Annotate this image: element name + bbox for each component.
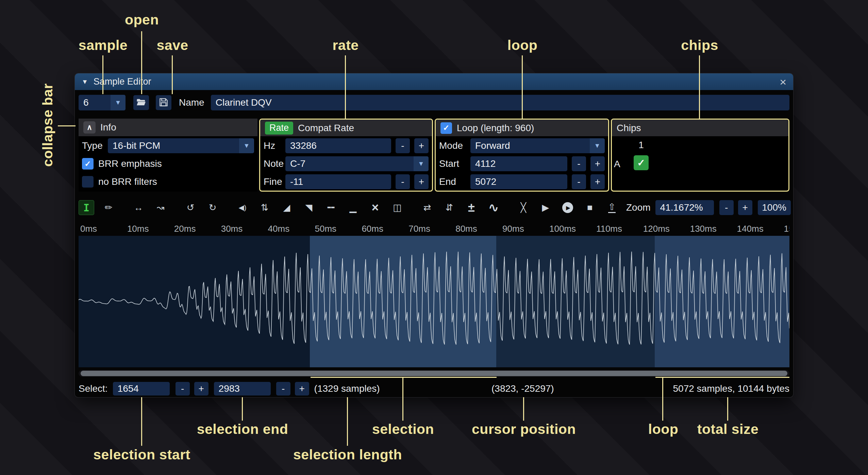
loop-mode-select[interactable]: Forward ▼	[470, 138, 605, 153]
hz-value: 33286	[290, 140, 317, 151]
resample-button[interactable]: ↝	[153, 200, 168, 215]
filter-button[interactable]: ∿	[486, 200, 501, 215]
window-collapse-icon[interactable]: ▼	[82, 78, 88, 86]
zoom-label: Zoom	[626, 202, 651, 213]
preview-button[interactable]: ▶	[538, 200, 553, 215]
titlebar[interactable]: ▼ Sample Editor ×	[75, 73, 793, 90]
floppy-save-icon	[158, 97, 169, 108]
hz-decrease-button[interactable]: -	[396, 138, 410, 153]
fade-in-button[interactable]: ◢	[279, 200, 295, 215]
zoom-value: 41.1672%	[660, 202, 703, 213]
annotation-line	[662, 378, 663, 421]
waveform	[79, 236, 789, 367]
fade-out-button[interactable]: ◥	[301, 200, 317, 215]
note-row: Note C-7 ▼	[264, 156, 429, 171]
loop-end-decrease-button[interactable]: -	[572, 174, 586, 189]
redo-button[interactable]: ↻	[205, 200, 220, 215]
selection-end-input[interactable]: 2983	[214, 382, 271, 395]
ruler-tick-label: 140ms	[737, 224, 764, 234]
note-select[interactable]: C-7 ▼	[285, 156, 429, 171]
loop-end-label: End	[439, 176, 470, 187]
close-icon[interactable]: ×	[780, 76, 786, 88]
ruler-tick-label: 20ms	[174, 224, 196, 234]
fine-decrease-button[interactable]: -	[396, 174, 410, 189]
loop-enable-checkbox[interactable]: ✓	[440, 122, 452, 134]
loop-end-increase-button[interactable]: +	[590, 174, 605, 189]
annotation-selection-start: selection start	[93, 447, 190, 463]
chip-row-label: A	[614, 159, 620, 170]
selection-start-decrease-button[interactable]: -	[176, 382, 190, 395]
fine-row: Fine -11 - +	[264, 174, 429, 189]
selection-end-decrease-button[interactable]: -	[276, 382, 290, 395]
hz-input[interactable]: 33286	[285, 138, 391, 153]
folder-open-icon	[136, 97, 146, 108]
selection-start-value: 1654	[118, 383, 139, 394]
play-button[interactable]: ▶	[560, 200, 575, 215]
loop-start-input[interactable]: 4112	[470, 156, 567, 171]
sample-name-row: 6 ▼ Name Clarinet DQV	[79, 95, 789, 110]
zoom-input[interactable]: 41.1672%	[655, 200, 714, 215]
zoom-in-button[interactable]: +	[738, 200, 752, 215]
edit-mode-select-button[interactable]: I	[79, 200, 94, 215]
annotation-chips: chips	[681, 37, 718, 53]
loop-end-input[interactable]: 5072	[470, 174, 567, 189]
hz-increase-button[interactable]: +	[414, 138, 429, 153]
selection-start-input[interactable]: 1654	[113, 382, 170, 395]
annotation-line	[345, 55, 346, 119]
sample-selector[interactable]: 6 ▼	[79, 95, 126, 110]
open-button[interactable]	[133, 95, 149, 110]
import-button[interactable]: ⇧	[604, 200, 620, 215]
loop-start-label: Start	[439, 158, 470, 169]
status-bar: Select: 1654 - + 2983 - + (1329 samples)…	[79, 381, 789, 396]
sample-type-row: Type 16-bit PCM ▼	[82, 138, 254, 153]
zoom-reset-button[interactable]: 100%	[758, 200, 791, 215]
rate-header: Rate Compat Rate	[260, 120, 432, 136]
selection-end-increase-button[interactable]: +	[295, 382, 309, 395]
reverse-button[interactable]: ⇄	[419, 200, 435, 215]
total-size-text: 5072 samples, 10144 bytes	[673, 383, 789, 394]
sample-type-select[interactable]: 16-bit PCM ▼	[108, 138, 254, 153]
chip-a-enable-checkbox[interactable]: ✓	[634, 155, 649, 170]
timeline-ruler[interactable]: 0ms 10ms 20ms 30ms 40ms 50ms 60ms 70ms 8…	[79, 220, 789, 236]
waveform-display[interactable]	[79, 236, 789, 367]
loop-start-increase-button[interactable]: +	[590, 156, 605, 171]
no-brr-filters-checkbox[interactable]	[82, 176, 94, 188]
scrollbar-thumb[interactable]	[81, 371, 787, 376]
delete-button[interactable]: ×	[367, 200, 383, 215]
annotation-selection-length: selection length	[293, 447, 402, 463]
mode-label: Mode	[439, 140, 470, 151]
selection-length-text: (1329 samples)	[314, 383, 380, 394]
crossfade-icon: ╳	[521, 202, 526, 213]
fine-input[interactable]: -11	[285, 174, 391, 189]
loop-start-decrease-button[interactable]: -	[572, 156, 586, 171]
sign-invert-button[interactable]: ±	[464, 200, 479, 215]
chips-header-label: Chips	[617, 123, 641, 134]
undo-button[interactable]: ↺	[183, 200, 198, 215]
ruler-tick-label: 40ms	[268, 224, 290, 234]
trim-button[interactable]: ◫	[389, 200, 405, 215]
brr-emphasis-checkbox[interactable]: ✓	[82, 158, 94, 170]
stop-button[interactable]: ■	[582, 200, 598, 215]
select-label: Select:	[79, 383, 108, 394]
invert-button[interactable]: ⇵	[441, 200, 457, 215]
zoom-out-button[interactable]: -	[719, 200, 734, 215]
save-button[interactable]	[156, 95, 171, 110]
apply-silence-button[interactable]: ▁	[345, 200, 361, 215]
horizontal-scrollbar[interactable]	[79, 370, 789, 377]
zoom-cluster: Zoom 41.1672% - + 100%	[626, 200, 791, 215]
edit-mode-draw-button[interactable]: ✏	[101, 200, 116, 215]
sections-row: ∧ Info Type 16-bit PCM ▼ ✓ BRR emphasis	[79, 119, 789, 192]
info-header[interactable]: ∧ Info	[79, 119, 257, 136]
fine-increase-button[interactable]: +	[414, 174, 429, 189]
crossfade-button[interactable]: ╳	[516, 200, 531, 215]
annotation-collapse-bar: collapse bar	[40, 83, 56, 166]
selection-start-increase-button[interactable]: +	[194, 382, 208, 395]
amplify-button[interactable]: ◀)	[235, 200, 250, 215]
name-input[interactable]: Clarinet DQV	[211, 95, 789, 110]
normalize-button[interactable]: ⇅	[257, 200, 272, 215]
insert-silence-button[interactable]: ╌	[323, 200, 339, 215]
brr-emphasis-row: ✓ BRR emphasis	[82, 156, 254, 171]
resize-button[interactable]: ↔	[131, 200, 146, 215]
collapse-info-button[interactable]: ∧	[83, 121, 96, 134]
chip-number: 1	[634, 140, 649, 151]
